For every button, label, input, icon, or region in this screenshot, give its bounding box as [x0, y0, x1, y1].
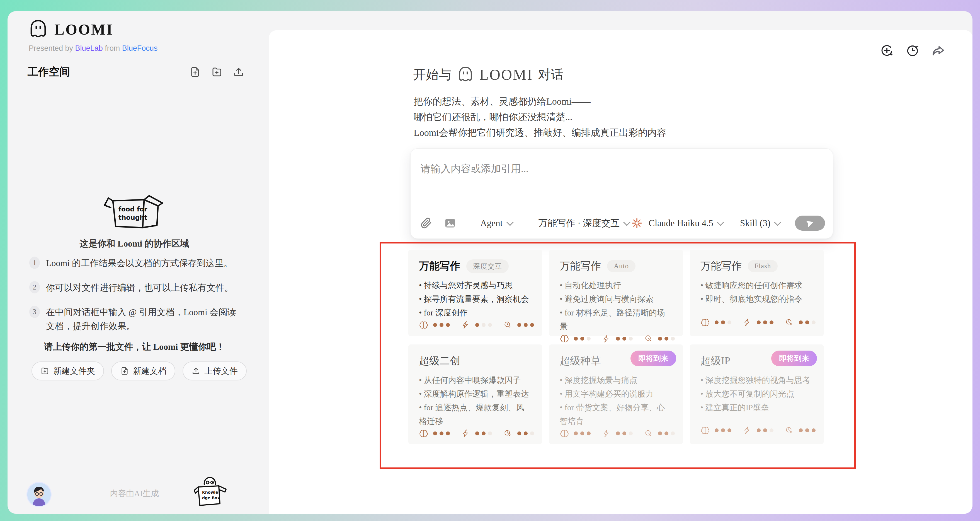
rating-dot: [488, 323, 492, 327]
chevron-down-icon: [774, 219, 781, 226]
rating-dot: [671, 337, 675, 341]
sidebar: LOOMI Presented by BlueLab from BlueFocu…: [8, 11, 261, 514]
clock-icon: [644, 428, 654, 439]
button-label: 上传文件: [204, 365, 238, 377]
intro-line: 把你的想法、素材、灵感都扔给Loomi——: [414, 94, 667, 109]
clock-rating: [503, 320, 534, 330]
claude-starburst-icon: [631, 217, 643, 229]
brain-icon: [419, 428, 430, 439]
bolt-icon: [602, 333, 612, 344]
sidebar-button-上传文件[interactable]: 上传文件: [183, 362, 247, 381]
card-ratings: [700, 317, 813, 328]
rating-dot: [721, 429, 725, 432]
chevron-down-icon: [717, 219, 724, 226]
model-label: Claude Haiku 4.5: [649, 218, 713, 228]
tips-list: 1Loomi 的工作结果会以文档的方式保存到这里。2你可以对文件进行编辑，也可以…: [29, 256, 245, 333]
rating-dot: [770, 320, 773, 324]
image-icon[interactable]: [444, 217, 456, 229]
intro-line: Loomi会帮你把它们研究透、推敲好、编排成真正出彩的内容: [414, 125, 667, 140]
rating-dot: [517, 323, 521, 327]
agent-card-万能写作-Flash[interactable]: 万能写作Flash敏捷响应您的任何创作需求即时、彻底地实现您的指令: [690, 250, 824, 336]
bluefocus-link[interactable]: BlueFocus: [122, 44, 158, 53]
card-bullets: 持续与您对齐灵感与巧思探寻所有流量要素，洞察机会for 深度创作: [419, 279, 531, 320]
rating-dot: [524, 323, 528, 327]
clock-rating: [644, 428, 675, 439]
tip-text: 在中间对话框中输入 @ 引用文档，Loomi 会阅读文档，提升创作效果。: [46, 305, 245, 333]
collab-area-title: 这是你和 Loomi 的协作区域: [8, 237, 261, 250]
card-header: 万能写作深度交互: [419, 259, 531, 273]
bluelab-link[interactable]: BlueLab: [75, 44, 103, 53]
rating-dot: [665, 432, 668, 435]
food-for-thought-illustration: food for thought: [102, 192, 166, 232]
sidebar-button-新建文件夹[interactable]: 新建文件夹: [32, 362, 104, 381]
rating-dot: [616, 337, 620, 341]
attach-icon[interactable]: [420, 217, 432, 229]
rating-dot: [622, 432, 626, 435]
send-plane-icon: [805, 218, 815, 228]
agent-dropdown[interactable]: Agent: [480, 218, 512, 228]
rating-dot: [727, 429, 731, 432]
mode-label: 万能写作 · 深度交互: [538, 217, 620, 229]
agent-card-超级二创[interactable]: 超级二创从任何内容中嗅探爆款因子深度解构原作逻辑，重塑表达for 追逐热点、爆款…: [408, 344, 542, 444]
intro-text: 把你的想法、素材、灵感都扔给Loomi——哪怕它们还很乱，哪怕你还没想清楚...…: [414, 94, 667, 140]
brain-rating: [560, 333, 590, 344]
rating-dot: [805, 429, 809, 432]
card-title: 超级种草: [560, 354, 601, 368]
bolt-rating: [461, 320, 492, 330]
chat-input[interactable]: 请输入内容或添加引用...: [421, 162, 528, 176]
card-bullets: 自动化处理执行避免过度询问与横向探索for 材料充足、路径清晰的场景: [560, 279, 672, 333]
card-bullet: 深度挖掘场景与痛点: [560, 373, 672, 387]
tip-item: 1Loomi 的工作结果会以文档的方式保存到这里。: [29, 256, 245, 270]
agent-card-超级种草-即将到来[interactable]: 超级种草即将到来深度挖掘场景与痛点用文字构建必买的说服力for 带货文案、好物分…: [549, 344, 683, 444]
presented-middle: from: [103, 44, 122, 53]
brain-rating: [419, 428, 450, 439]
mode-dropdown[interactable]: 万能写作 · 深度交互: [538, 217, 629, 229]
rating-dot: [433, 323, 437, 327]
rating-dot: [715, 429, 719, 432]
bolt-icon: [461, 320, 472, 330]
tip-text: Loomi 的工作结果会以文档的方式保存到这里。: [46, 256, 232, 270]
new-chat-icon[interactable]: [880, 43, 894, 57]
brain-icon: [700, 425, 711, 436]
bolt-rating: [743, 425, 773, 436]
skill-dropdown[interactable]: Skill (3): [740, 218, 779, 228]
rating-dot: [530, 432, 534, 435]
app-logo: LOOMI: [28, 19, 113, 40]
agent-card-万能写作-Auto[interactable]: 万能写作Auto自动化处理执行避免过度询问与横向探索for 材料充足、路径清晰的…: [549, 250, 683, 336]
agent-card-超级IP-即将到来[interactable]: 超级IP即将到来深度挖掘您独特的视角与思考放大您不可复制的闪光点建立真正的IP壁…: [690, 344, 824, 444]
card-badge: 深度交互: [466, 260, 509, 273]
model-dropdown[interactable]: Claude Haiku 4.5: [631, 217, 722, 229]
new-folder-icon[interactable]: [211, 66, 223, 78]
card-title: 超级IP: [700, 354, 730, 368]
card-ratings: [419, 428, 531, 439]
send-button[interactable]: [795, 216, 825, 231]
clock-rating: [784, 317, 816, 328]
card-bullet: 避免过度询问与横向探索: [560, 292, 672, 306]
sidebar-button-新建文档[interactable]: 新建文档: [111, 362, 175, 381]
tip-number: 1: [29, 257, 40, 269]
rating-dot: [811, 320, 816, 324]
card-title: 万能写作: [700, 259, 742, 273]
new-document-icon[interactable]: [189, 66, 201, 78]
upload-icon[interactable]: [233, 66, 245, 78]
rating-dot: [517, 432, 521, 435]
card-title: 万能写作: [419, 259, 460, 273]
card-ratings: [560, 428, 672, 439]
agent-card-万能写作-深度交互[interactable]: 万能写作深度交互持续与您对齐灵感与巧思探寻所有流量要素，洞察机会for 深度创作: [408, 250, 542, 336]
app-window: LOOMI Presented by BlueLab from BlueFocu…: [8, 11, 972, 514]
rating-dot: [580, 337, 584, 341]
rating-dot: [488, 432, 492, 435]
card-header: 万能写作Auto: [560, 259, 672, 273]
history-icon[interactable]: [905, 43, 920, 57]
card-bullet: 深度挖掘您独特的视角与思考: [700, 373, 813, 387]
card-bullet: for 材料充足、路径清晰的场景: [560, 306, 672, 333]
share-icon[interactable]: [931, 43, 945, 57]
bolt-icon: [461, 428, 472, 439]
greeting-prefix: 开始与: [413, 66, 452, 83]
kbox-text-2: dge Box: [202, 496, 220, 500]
upload-icon: [191, 366, 200, 375]
rating-dot: [616, 432, 620, 435]
rating-dot: [763, 429, 767, 432]
rating-dot: [799, 320, 803, 324]
knowledge-box-illustration[interactable]: Knowle dge Box: [191, 475, 228, 508]
